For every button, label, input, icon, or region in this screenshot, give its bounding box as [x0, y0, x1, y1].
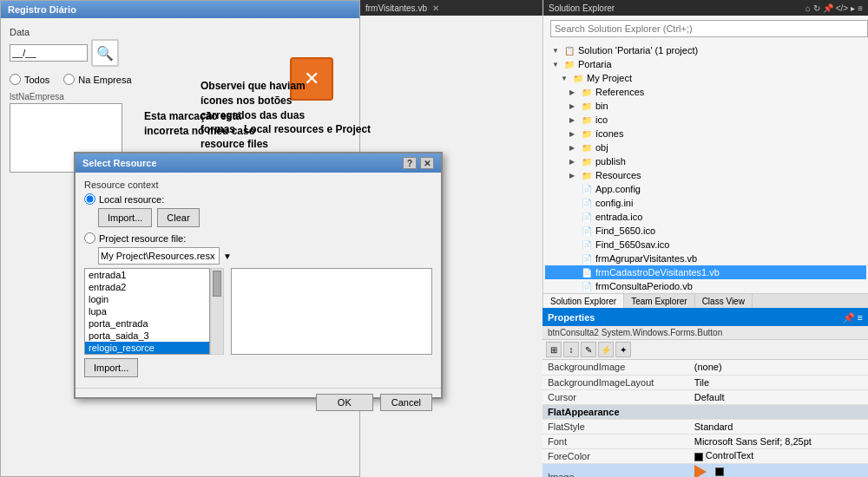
- tree-file-icon: 📁: [581, 114, 593, 126]
- settings-icon[interactable]: ▸: [851, 3, 855, 13]
- resource-context-label: Resource context: [84, 180, 432, 190]
- tree-item-label: frmAgruparVisitantes.vb: [595, 253, 697, 264]
- properties-title-label: Properties: [548, 312, 595, 323]
- prop-icon-2[interactable]: ↕: [563, 342, 579, 357]
- cancel-button[interactable]: Cancel: [380, 394, 432, 411]
- tree-item[interactable]: 📄Find_5650.ico: [545, 224, 866, 238]
- prop-icon-4[interactable]: ⚡: [598, 342, 614, 357]
- tree-item[interactable]: ▶📁ícones: [545, 127, 866, 140]
- menu-icon[interactable]: ≡: [858, 3, 863, 13]
- import-button-local[interactable]: Import...: [98, 208, 152, 227]
- tree-arrow-icon: ▶: [569, 144, 578, 152]
- project-path-input[interactable]: [98, 247, 220, 265]
- resource-list-item[interactable]: entrada1: [85, 269, 209, 281]
- radio-naempresa[interactable]: Na Empresa: [63, 74, 131, 85]
- properties-menu-icon[interactable]: ≡: [858, 312, 863, 323]
- tree-item[interactable]: 📄entrada.ico: [545, 210, 866, 224]
- tree-item-label: My Project: [587, 73, 632, 83]
- property-value: ControlText: [689, 448, 868, 463]
- tree-item[interactable]: 📄config.ini: [545, 196, 866, 210]
- date-input[interactable]: [10, 44, 88, 62]
- prop-icon-5[interactable]: ✦: [615, 342, 631, 357]
- property-row: BackgroundImage(none): [542, 360, 868, 375]
- resource-list-item[interactable]: relogio_resorce: [85, 342, 209, 354]
- tree-arrow-icon: ▼: [561, 75, 569, 82]
- prop-icon-3[interactable]: ✎: [581, 342, 596, 357]
- prop-icon-1[interactable]: ⊞: [546, 342, 562, 357]
- tree-item[interactable]: ▶📁bin: [545, 99, 866, 113]
- dialog-title: Select Resource: [82, 158, 157, 168]
- tree-item[interactable]: ▼📁Portaria: [545, 57, 866, 71]
- dropdown-arrow-icon[interactable]: ▼: [223, 252, 232, 261]
- tree-file-icon: 📁: [581, 100, 593, 112]
- tree-item[interactable]: 📄frmCadastroDeVisitantes1.vb: [545, 265, 866, 279]
- dialog-help-icon[interactable]: ?: [403, 157, 417, 169]
- property-value: Default: [689, 389, 868, 404]
- resource-list-item[interactable]: lupa: [85, 305, 209, 317]
- radio-project-resource[interactable]: Project resource file:: [84, 232, 432, 244]
- tree-file-icon: 📄: [581, 197, 593, 209]
- resource-list-item[interactable]: login: [85, 293, 209, 305]
- annotation-text-2: Observei que haviamícones nos botõescarr…: [201, 79, 374, 152]
- tree-file-icon: 📁: [581, 169, 593, 181]
- properties-pin-icon[interactable]: 📌: [843, 312, 855, 323]
- radio-local-input[interactable]: [84, 193, 95, 205]
- tree-item[interactable]: 📄frmConsultaPeriodo.vb: [545, 279, 866, 293]
- tree-item[interactable]: ▶📁References: [545, 85, 866, 99]
- resource-list-item[interactable]: porta_entrada: [85, 317, 209, 330]
- dialog-title-bar: Select Resource ? ✕: [76, 154, 441, 173]
- tree-arrow-icon: ▶: [569, 158, 578, 166]
- radio-todos-input[interactable]: [10, 74, 21, 85]
- import-button-project[interactable]: Import...: [84, 358, 138, 377]
- radio-todos[interactable]: Todos: [10, 74, 49, 85]
- tree-item-label: ícones: [595, 128, 623, 139]
- radio-local-resource[interactable]: Local resource:: [84, 193, 432, 205]
- sync-icon[interactable]: ↻: [813, 3, 820, 13]
- tree-item[interactable]: ▶📁publish: [545, 154, 866, 168]
- tree-arrow-icon: ▼: [552, 61, 561, 69]
- tree-item-label: Find_5650sav.ico: [595, 239, 669, 250]
- tree-arrow-icon: ▶: [569, 88, 578, 96]
- tree-item[interactable]: 📄frmAgruparVisitantes.vb: [545, 252, 866, 265]
- property-row: BackgroundImageLayoutTile: [542, 375, 868, 389]
- ok-button[interactable]: OK: [316, 394, 373, 411]
- radio-project-input[interactable]: [84, 232, 95, 244]
- resource-list[interactable]: entrada1entrada2loginlupaporta_entradapo…: [84, 268, 210, 355]
- resource-preview: [231, 268, 432, 355]
- search-input[interactable]: [550, 20, 868, 37]
- tree-item[interactable]: ▼📋Solution 'Portaria' (1 project): [545, 43, 866, 57]
- tab-close-icon[interactable]: ✕: [432, 3, 439, 13]
- tree-file-icon: 📁: [581, 127, 593, 140]
- property-row: ImagePortaria.My.Resources.Resources.pro: [542, 463, 868, 477]
- radio-naempresa-input[interactable]: [63, 74, 75, 85]
- tree-file-icon: 📄: [581, 280, 593, 292]
- tree-item[interactable]: ▶📁Resources: [545, 168, 866, 182]
- resource-list-item[interactable]: porta_saida_3: [85, 330, 209, 342]
- properties-toolbar: ⊞ ↕ ✎ ⚡ ✦: [542, 340, 868, 360]
- tree-item[interactable]: ▶📁obj: [545, 140, 866, 154]
- tree-item[interactable]: ▶📁ico: [545, 113, 866, 127]
- tree-file-icon: 📁: [572, 72, 584, 84]
- tree-item-label: obj: [595, 142, 608, 153]
- dialog-close-icon[interactable]: ✕: [420, 157, 434, 169]
- pin-icon[interactable]: 📌: [823, 3, 833, 13]
- se-toolbar-icons: ⌂ ↻ 📌 </> ▸ ≡: [806, 3, 863, 13]
- code-icon[interactable]: </>: [836, 3, 848, 13]
- form-title: Registro Diário: [1, 1, 359, 18]
- dialog-body: Resource context Local resource: Import.…: [76, 173, 441, 384]
- resource-list-item[interactable]: saida1: [85, 354, 209, 355]
- property-value: Microsoft Sans Serif; 8,25pt: [689, 434, 868, 448]
- tree-item[interactable]: 📄Find_5650sav.ico: [545, 238, 866, 252]
- tree-item[interactable]: ▼📁My Project: [545, 71, 866, 85]
- tree-item[interactable]: 📄App.config: [545, 182, 866, 196]
- tree-item-label: Solution 'Portaria' (1 project): [578, 45, 698, 56]
- resource-list-item[interactable]: entrada2: [85, 281, 209, 293]
- tree-file-icon: 📄: [581, 183, 593, 195]
- clear-button[interactable]: Clear: [157, 208, 199, 227]
- local-resource-row: Import... Clear: [84, 208, 432, 227]
- magnify-button[interactable]: 🔍: [91, 39, 119, 67]
- solution-tree: ▼📋Solution 'Portaria' (1 project)▼📁Porta…: [543, 42, 868, 293]
- home-icon[interactable]: ⌂: [806, 3, 811, 13]
- property-arrow-icon: [694, 465, 710, 478]
- resource-list-scrollbar[interactable]: [210, 268, 224, 355]
